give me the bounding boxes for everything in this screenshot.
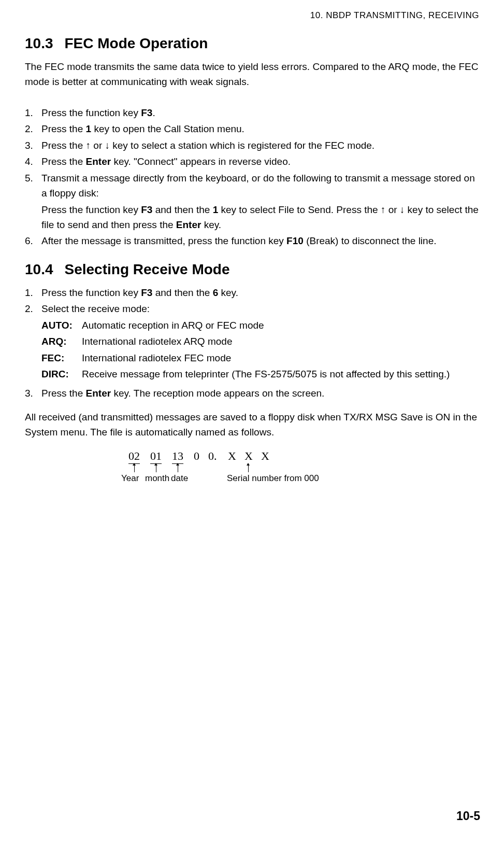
section-104-title: Selecting Receive Mode <box>65 261 230 277</box>
fn-seg-date: 13 <box>172 449 183 464</box>
list-item: 3. Press the Enter key. The reception mo… <box>25 386 479 401</box>
fn-label-year: Year <box>121 473 139 484</box>
list-item: 3. Press the ↑ or ↓ key to select a stat… <box>25 138 479 153</box>
list-body: After the message is transmitted, press … <box>41 233 479 248</box>
fn-seg-x3: X <box>261 449 269 463</box>
mode-label-dirc: DIRC: <box>41 366 82 382</box>
list-item: 4. Press the Enter key. "Connect" appear… <box>25 154 479 169</box>
list-number: 3. <box>25 138 41 153</box>
section-103-heading: 10.3FEC Mode Operation <box>25 35 479 52</box>
list-body: Select the receive mode: AUTO: Automatic… <box>41 301 479 382</box>
list-body: Press the Enter key. The reception mode … <box>41 386 479 401</box>
list-item: 1. Press the function key F3 and then th… <box>25 285 479 300</box>
mode-label-fec: FEC: <box>41 350 82 365</box>
mode-row: DIRC: Receive message from teleprinter (… <box>41 366 479 382</box>
mode-desc: International radiotelex ARQ mode <box>82 334 479 349</box>
list-body: Press the ↑ or ↓ key to select a station… <box>41 138 479 153</box>
list-body: Press the function key F3. <box>41 105 479 120</box>
list-item: 6. After the message is transmitted, pre… <box>25 233 479 248</box>
fn-seg-x1: X <box>228 449 236 463</box>
fn-seg-zero2: 0. <box>208 449 217 463</box>
list-number: 4. <box>25 154 41 169</box>
section-103-title: FEC Mode Operation <box>65 35 208 51</box>
fn-seg-zero1: 0 <box>194 449 199 463</box>
mode-row: AUTO: Automatic reception in ARQ or FEC … <box>41 318 479 333</box>
fn-seg-year: 02 <box>128 449 140 464</box>
list-item: 5. Transmit a message directly from the … <box>25 171 479 233</box>
mode-label-arq: ARQ: <box>41 334 82 349</box>
arrow-up-icon <box>248 465 249 472</box>
fn-label-date: date <box>171 473 188 484</box>
list-body: Press the 1 key to open the Call Station… <box>41 121 479 136</box>
list-body: Press the Enter key. "Connect" appears i… <box>41 154 479 169</box>
section-104-number: 10.4 <box>25 261 53 277</box>
list-number: 2. <box>25 301 41 382</box>
list-item: 2. Press the 1 key to open the Call Stat… <box>25 121 479 136</box>
mode-row: FEC: International radiotelex FEC mode <box>41 350 479 365</box>
arrow-up-icon <box>178 465 178 472</box>
arrow-up-icon <box>134 465 135 472</box>
list-number: 6. <box>25 233 41 248</box>
list-number: 1. <box>25 285 41 300</box>
section-103-number: 10.3 <box>25 35 53 51</box>
fn-seg-x2: X <box>244 449 253 463</box>
list-number: 5. <box>25 171 41 233</box>
list-number: 1. <box>25 105 41 120</box>
filename-diagram: 02 01 13 0 0. X X X Year month date Seri… <box>128 449 439 491</box>
list-item: 1. Press the function key F3. <box>25 105 479 120</box>
list-number: 2. <box>25 121 41 136</box>
mode-desc: Receive message from teleprinter (The FS… <box>82 366 479 382</box>
chapter-header: 10. NBDP TRANSMITTING, RECEIVING <box>25 10 479 21</box>
mode-desc: Automatic reception in ARQ or FEC mode <box>82 318 479 333</box>
section-104-heading: 10.4Selecting Receive Mode <box>25 261 479 278</box>
fn-seg-month: 01 <box>150 449 162 464</box>
mode-desc: International radiotelex FEC mode <box>82 350 479 365</box>
mode-label-auto: AUTO: <box>41 318 82 333</box>
fn-label-serial: Serial number from 000 <box>227 473 319 484</box>
arrow-up-icon <box>156 465 156 472</box>
list-body: Transmit a message directly from the key… <box>41 171 479 233</box>
section-103-intro: The FEC mode transmits the same data twi… <box>25 59 479 90</box>
section-104-step3: 3. Press the Enter key. The reception mo… <box>25 386 479 401</box>
mode-row: ARQ: International radiotelex ARQ mode <box>41 334 479 349</box>
section-103-steps: 1. Press the function key F3. 2. Press t… <box>25 105 479 249</box>
list-number: 3. <box>25 386 41 401</box>
list-item: 2. Select the receive mode: AUTO: Automa… <box>25 301 479 382</box>
list-body: Press the function key F3 and then the 6… <box>41 285 479 300</box>
section-104-steps: 1. Press the function key F3 and then th… <box>25 285 479 382</box>
page-number: 10-5 <box>456 809 480 823</box>
list-subtext: Press the function key F3 and then the 1… <box>41 202 479 233</box>
fn-label-month: month <box>145 473 169 484</box>
save-paragraph: All received (and transmitted) messages … <box>25 410 479 440</box>
